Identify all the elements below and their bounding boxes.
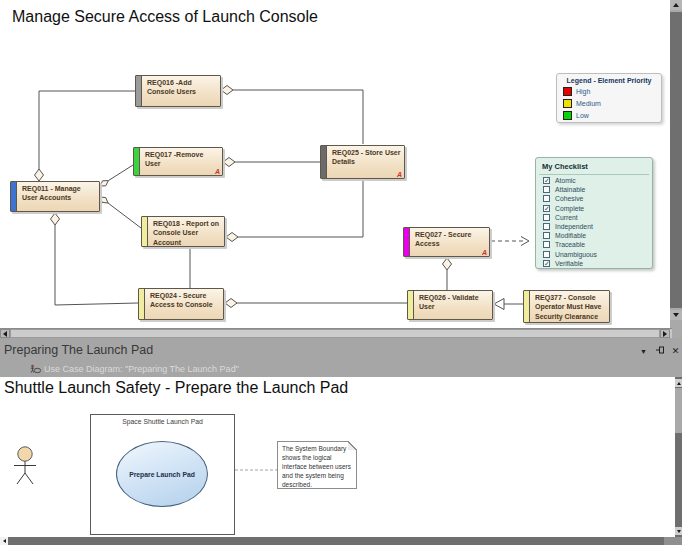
req-label: REQ011 - Manage User Accounts (22, 184, 96, 203)
app-window: Manage Secure Access of Launch Console (0, 0, 682, 545)
checklist-item[interactable]: ✓ Atomic (543, 176, 652, 185)
dependency-arrow (521, 237, 529, 242)
requirements-diagram-pane[interactable]: Manage Secure Access of Launch Console (0, 0, 682, 328)
checkbox-icon[interactable] (543, 232, 550, 239)
checklist-label: Verifiable (555, 260, 583, 267)
aggregation-diamond (225, 299, 237, 308)
req-node-req011[interactable]: REQ011 - Manage User Accounts (10, 181, 100, 212)
scrollbar-thumb[interactable] (10, 329, 660, 338)
checklist-item[interactable]: Unambiguous (543, 250, 652, 259)
checkbox-icon[interactable] (543, 186, 550, 193)
legend-item: Medium (563, 98, 661, 108)
scroll-up-button[interactable] (675, 379, 682, 387)
pane-title: Preparing The Launch Pad (4, 343, 153, 357)
scroll-up-button[interactable] (670, 0, 682, 10)
pane-header[interactable]: Preparing The Launch Pad ▼ ✕ Use Case Di… (0, 338, 682, 377)
checkbox-icon[interactable] (543, 223, 550, 230)
pin-icon[interactable] (654, 345, 665, 358)
priority-bar (404, 228, 410, 256)
req-label: REQ027 - Secure Access (415, 230, 486, 249)
scrollbar-thumb[interactable] (670, 12, 682, 308)
aggregation-diamond (100, 181, 108, 186)
close-icon[interactable]: ✕ (670, 346, 681, 357)
checkbox-icon[interactable]: ✓ (543, 177, 550, 184)
connector-req016-req025 (233, 90, 363, 144)
aggregation-diamond (226, 233, 238, 242)
scroll-left-button[interactable] (0, 537, 8, 545)
priority-bar (134, 148, 140, 175)
use-case-diagram-pane[interactable]: Shuttle Launch Safety - Prepare the Laun… (0, 377, 682, 537)
vertical-scrollbar-top[interactable] (670, 0, 682, 328)
checklist-item[interactable]: ✓ Complete (543, 204, 652, 213)
checklist-item[interactable]: Modifiable (543, 231, 652, 240)
checklist-label: Cohesive (555, 195, 583, 202)
use-case-prepare-launch-pad[interactable]: Prepare Launch Pad (116, 441, 208, 507)
req-label: REQ377 - Console Operator Must Have Secu… (535, 293, 606, 321)
req-node-req025[interactable]: REQ025 - Store User Details A (320, 145, 405, 179)
breadcrumb[interactable]: Use Case Diagram: "Preparing The Launch … (30, 360, 239, 378)
req-label: REQ025 - Store User Details (332, 148, 401, 167)
priority-bar (136, 76, 142, 106)
checklist-label: Atomic (555, 177, 576, 184)
checklist-label: Traceable (555, 241, 585, 248)
scroll-left-button[interactable] (0, 329, 10, 338)
checkbox-icon[interactable]: ✓ (543, 205, 550, 212)
status-marker: A (215, 168, 220, 175)
checklist-item[interactable]: Independent (543, 222, 652, 231)
scrollbar-thumb[interactable] (675, 388, 682, 433)
legend-item: Low (563, 110, 661, 120)
priority-bar (408, 291, 414, 319)
req-node-req018[interactable]: REQ018 - Report on Console User Account (141, 216, 225, 247)
priority-bar (142, 217, 148, 246)
actor-icon (10, 446, 60, 490)
req-node-req017[interactable]: REQ017 -Remove User A (133, 147, 223, 176)
scroll-down-button[interactable] (675, 527, 682, 535)
horizontal-scrollbar-top[interactable] (0, 328, 672, 338)
connector-req018-req025 (238, 180, 363, 237)
req-label: REQ017 -Remove User (145, 150, 219, 169)
checklist-item[interactable]: Current (543, 213, 652, 222)
checkbox-icon[interactable] (543, 195, 550, 202)
req-node-req027[interactable]: REQ027 - Secure Access A (403, 227, 490, 257)
chevron-down-icon[interactable]: ▼ (638, 346, 649, 357)
priority-color-swatch (563, 87, 572, 96)
aggregation-diamond (35, 169, 44, 181)
checkbox-icon[interactable] (543, 251, 550, 258)
checklist-label: Complete (555, 205, 584, 212)
connector-req011-req017 (108, 165, 133, 181)
legend-item: High (563, 86, 661, 96)
req-node-req016[interactable]: REQ016 -Add Console Users (135, 75, 221, 107)
aggregation-diamond (223, 158, 235, 167)
checkbox-icon[interactable] (543, 241, 550, 248)
note-element[interactable]: The System Boundary shows the logical in… (277, 441, 357, 489)
status-marker: A (482, 249, 487, 256)
priority-bar (321, 146, 327, 178)
scrollbar-thumb[interactable] (8, 537, 664, 545)
horizontal-scrollbar-bottom[interactable] (0, 537, 682, 545)
req-node-req024[interactable]: REQ024 - Secure Access to Console (138, 288, 224, 320)
req-node-req026[interactable]: REQ026 - Validate User (407, 290, 493, 320)
checklist-item[interactable]: Cohesive (543, 194, 652, 203)
separator (539, 174, 649, 175)
note-text: The System Boundary shows the logical in… (282, 445, 353, 490)
scroll-right-button[interactable] (660, 329, 670, 338)
req-label: REQ026 - Validate User (419, 293, 489, 312)
actor-ground-crew[interactable]: Ground Crew (10, 446, 60, 490)
arrow-left-icon (3, 539, 6, 543)
arrow-down-icon (677, 530, 681, 533)
use-case-label: Prepare Launch Pad (121, 471, 203, 478)
checklist-item[interactable]: Traceable (543, 240, 652, 249)
priority-bar (11, 182, 17, 211)
scroll-down-button[interactable] (670, 310, 682, 320)
req-label: REQ016 -Add Console Users (147, 78, 217, 97)
checklist-item[interactable]: Attainable (543, 185, 652, 194)
arrow-up-icon (673, 3, 679, 7)
checkbox-icon[interactable] (543, 214, 550, 221)
req-node-req377[interactable]: REQ377 - Console Operator Must Have Secu… (523, 290, 610, 323)
checkbox-icon[interactable]: ✓ (543, 260, 550, 267)
vertical-scrollbar-bottom[interactable] (675, 377, 682, 537)
checklist-item[interactable]: ✓ Verifiable (543, 259, 652, 268)
aggregation-diamond (221, 86, 233, 95)
boundary-label: Space Shuttle Launch Pad (91, 418, 234, 425)
req-label: REQ018 - Report on Console User Account (153, 219, 221, 247)
